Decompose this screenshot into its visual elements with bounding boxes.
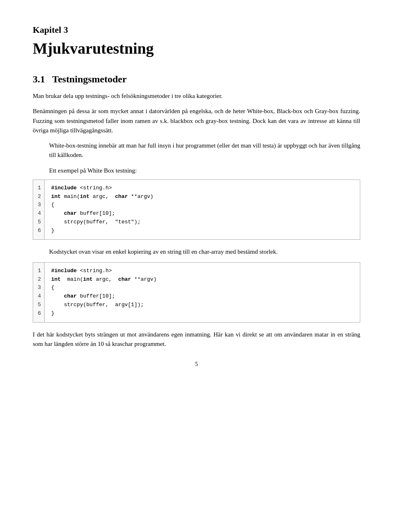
code-line-1-3: { — [51, 201, 154, 209]
line-number-1: 1 — [38, 184, 41, 193]
chapter-title: Mjukvarutestning — [33, 39, 360, 57]
paragraph-after-code1: Kodstycket ovan visar en enkel kopiering… — [49, 247, 360, 257]
line-number-4: 4 — [38, 209, 41, 218]
chapter-label: Kapitel 3 — [33, 25, 360, 35]
line-number-2-4: 4 — [38, 292, 41, 301]
paragraph-1: Man brukar dela upp testnings- och felsö… — [33, 91, 360, 101]
line-number-3: 3 — [38, 201, 41, 209]
paragraph-after-code2: I det här kodstycket byts strängen ut mo… — [33, 330, 360, 349]
code-line-2-3: { — [51, 284, 156, 292]
code-line-1-1: #include <string.h> — [51, 184, 154, 193]
line-number-2-5: 5 — [38, 301, 41, 309]
line-number-2-1: 1 — [38, 267, 41, 275]
code-block-1: 1 2 3 4 5 6 #include <string.h> int main… — [33, 180, 360, 240]
code-line-2-6: } — [51, 309, 156, 318]
example-label: Ett exempel på White Box testning: — [49, 166, 360, 175]
line-number-5: 5 — [38, 218, 41, 227]
code-line-1-2: int main(int argc, char **argv) — [51, 193, 154, 201]
paragraph-2: Benämningen på dessa är som mycket annat… — [33, 107, 360, 135]
section-title-text: Testningsmetoder — [52, 74, 127, 84]
code-line-1-6: } — [51, 227, 154, 235]
code-line-1-4: char buffer[10]; — [51, 209, 154, 218]
line-number-2: 2 — [38, 193, 41, 201]
code-line-2-1: #include <string.h> — [51, 267, 156, 275]
section-number: 3.1 — [33, 74, 45, 84]
line-number-6: 6 — [38, 227, 41, 235]
code-line-2-2: int main(int argc, char **argv) — [51, 275, 156, 284]
code-line-1-5: strcpy(buffer, "test"); — [51, 218, 154, 227]
line-number-2-3: 3 — [38, 284, 41, 292]
section-1: 3.1 Testningsmetoder Man brukar dela upp… — [33, 74, 360, 349]
code-line-2-4: char buffer[10]; — [51, 292, 156, 301]
page-number: 5 — [33, 361, 360, 368]
code-line-2-5: strcpy(buffer, argv[1]); — [51, 301, 156, 309]
line-number-2-2: 2 — [38, 275, 41, 284]
line-number-2-6: 6 — [38, 309, 41, 318]
code-block-2: 1 2 3 4 5 6 #include <string.h> int main… — [33, 262, 360, 323]
paragraph-3-indented: White-box-testning innebär att man har f… — [49, 141, 360, 160]
